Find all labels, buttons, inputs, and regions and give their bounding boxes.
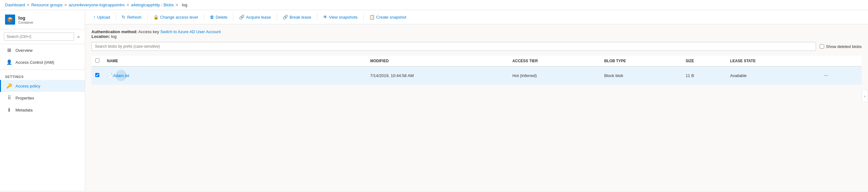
toolbar-divider-4 — [233, 13, 234, 21]
toolbar-divider-6 — [317, 13, 317, 21]
col-blob-type: BLOB TYPE — [600, 56, 682, 66]
location-label: Location: — [91, 34, 110, 39]
sidebar: 📦 log Container « ⊞ Overview 👤 Access Co… — [0, 10, 85, 191]
show-deleted-label: Show deleted blobs — [820, 44, 862, 49]
blob-highlight: Adam.txt — [116, 70, 127, 81]
show-deleted-checkbox[interactable] — [820, 44, 824, 49]
search-area: « — [0, 29, 85, 44]
auth-method-label: Authentication method: — [91, 29, 137, 34]
break-lease-icon: 🔗 — [283, 15, 288, 20]
location-value: log — [111, 34, 116, 39]
breadcrumb: Dashboard > Resource groups > azure4ever… — [0, 0, 868, 10]
sidebar-item-metadata[interactable]: ℹ Metadata — [0, 104, 85, 116]
row-blob-type-cell: Block blob — [600, 66, 682, 85]
properties-icon: ⠿ — [6, 95, 12, 101]
row-context-menu-button[interactable]: ··· — [822, 72, 830, 79]
row-blob-type: Block blob — [604, 73, 623, 78]
row-menu-cell: ··· — [818, 66, 862, 85]
settings-section-label: Settings — [0, 71, 85, 80]
col-modified: MODIFIED — [367, 56, 509, 66]
create-snapshot-label: Create snapshot — [376, 15, 406, 20]
blob-content: Authentication method: Access key Switch… — [85, 24, 868, 191]
upload-label: Upload — [97, 15, 110, 20]
row-access-tier: Hot (Inferred) — [513, 73, 537, 78]
auth-method-value: Access key — [138, 29, 159, 34]
row-checkbox-cell — [91, 66, 103, 85]
col-checkbox — [91, 56, 103, 66]
create-snapshot-icon: 📋 — [369, 15, 375, 20]
sidebar-item-access-policy-label: Access policy — [16, 84, 40, 88]
col-lease-state: LEASE STATE — [726, 56, 818, 66]
break-lease-button[interactable]: 🔗 Break lease — [279, 12, 314, 22]
acquire-lease-button[interactable]: 🔗 Acquire lease — [236, 12, 274, 22]
breadcrumb-resource-groups[interactable]: Resource groups — [31, 2, 62, 7]
view-snapshots-icon: 👁 — [323, 15, 328, 20]
row-lease-state-cell: Available — [726, 66, 818, 85]
delete-label: Delete — [216, 15, 228, 20]
toolbar-divider-3 — [204, 13, 204, 21]
row-checkbox[interactable] — [95, 73, 99, 77]
upload-icon: ↑ — [93, 15, 96, 20]
container-icon: 📦 — [5, 15, 15, 25]
select-all-checkbox[interactable] — [95, 58, 99, 62]
break-lease-label: Break lease — [289, 15, 311, 20]
collapse-button[interactable]: « — [76, 33, 81, 40]
row-size-cell: 11 B — [682, 66, 726, 85]
breadcrumb-dashboard[interactable]: Dashboard — [5, 2, 25, 7]
search-blobs-input[interactable] — [91, 42, 816, 51]
row-modified: 7/14/2019, 10:44:58 AM — [370, 73, 414, 78]
col-access-tier: ACCESS TIER — [509, 56, 600, 66]
refresh-label: Refresh — [127, 15, 142, 20]
breadcrumb-blobs[interactable]: a4elogicapphttp - Blobs — [131, 2, 174, 7]
access-policy-icon: 🔑 — [6, 83, 12, 89]
refresh-icon: ↻ — [122, 15, 126, 20]
sidebar-header: 📦 log Container — [0, 10, 85, 29]
change-access-level-label: Change access level — [160, 15, 198, 20]
toolbar: ↑ Upload ↻ Refresh 🔒 Change access level… — [85, 10, 868, 24]
search-blobs-row: Show deleted blobs — [91, 42, 862, 51]
main-content-area: ↑ Upload ↻ Refresh 🔒 Change access level… — [85, 10, 868, 191]
create-snapshot-button[interactable]: 📋 Create snapshot — [366, 12, 409, 22]
table-header-row: NAME MODIFIED ACCESS TIER BLOB TYPE SIZE — [91, 56, 862, 66]
toolbar-divider-2 — [147, 13, 148, 21]
view-snapshots-button[interactable]: 👁 View snapshots — [320, 12, 361, 22]
show-deleted-text: Show deleted blobs — [826, 44, 862, 49]
iam-icon: 👤 — [6, 59, 12, 65]
sidebar-item-iam-label: Access Control (IAM) — [16, 60, 54, 65]
row-name-cell: 📄 Adam.txt — [103, 66, 367, 85]
blob-table: NAME MODIFIED ACCESS TIER BLOB TYPE SIZE — [91, 56, 862, 85]
auth-info: Authentication method: Access key Switch… — [91, 29, 862, 39]
sidebar-item-metadata-label: Metadata — [16, 108, 32, 112]
row-modified-cell: 7/14/2019, 10:44:58 AM — [367, 66, 509, 85]
file-icon: 📄 — [107, 73, 113, 78]
col-name: NAME — [103, 56, 367, 66]
overview-icon: ⊞ — [6, 47, 12, 53]
breadcrumb-logicapps[interactable]: azure4everyone-logicappsintro — [69, 2, 125, 7]
sidebar-item-overview-label: Overview — [16, 48, 32, 53]
row-size: 11 B — [686, 73, 694, 78]
sidebar-subtitle: Container — [18, 21, 33, 24]
expand-arrow[interactable]: › — [862, 90, 868, 102]
sidebar-title: log — [18, 15, 33, 21]
refresh-button[interactable]: ↻ Refresh — [119, 12, 145, 22]
col-actions — [818, 56, 862, 66]
search-input[interactable] — [4, 32, 74, 41]
acquire-lease-icon: 🔗 — [239, 15, 244, 20]
delete-button[interactable]: 🗑 Delete — [207, 12, 231, 22]
sidebar-item-overview[interactable]: ⊞ Overview — [0, 44, 85, 56]
sidebar-item-access-control[interactable]: 👤 Access Control (IAM) — [0, 56, 85, 68]
lock-icon: 🔒 — [153, 15, 159, 20]
view-snapshots-label: View snapshots — [329, 15, 358, 20]
switch-auth-link[interactable]: Switch to Azure AD User Account — [160, 29, 220, 34]
blob-name-link[interactable]: Adam.txt — [113, 73, 129, 78]
table-row: 📄 Adam.txt 7/14/2019, 10:44:58 AM Hot (I… — [91, 66, 862, 85]
sidebar-nav: ⊞ Overview 👤 Access Control (IAM) Settin… — [0, 44, 85, 191]
sidebar-item-access-policy[interactable]: 🔑 Access policy — [0, 80, 85, 92]
sidebar-item-properties[interactable]: ⠿ Properties — [0, 92, 85, 104]
metadata-icon: ℹ — [6, 107, 12, 113]
acquire-lease-label: Acquire lease — [246, 15, 271, 20]
toolbar-divider-7 — [363, 13, 364, 21]
toolbar-divider-5 — [277, 13, 277, 21]
upload-button[interactable]: ↑ Upload — [90, 12, 113, 22]
change-access-level-button[interactable]: 🔒 Change access level — [150, 12, 201, 22]
